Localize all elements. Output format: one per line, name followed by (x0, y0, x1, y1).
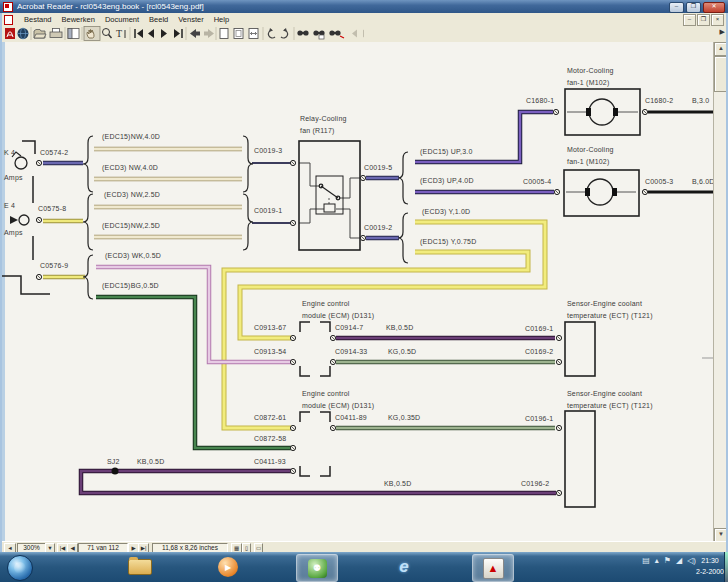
close-button[interactable]: ✕ (703, 2, 725, 13)
tray-network-icon[interactable]: ◢ (676, 556, 682, 565)
wire-label: C0019-5 (364, 164, 392, 171)
toolbar: T (2, 26, 726, 43)
find-icon[interactable] (297, 30, 308, 35)
wire-label: C0019-2 (364, 224, 392, 231)
taskbar-media-player-icon[interactable]: ▶ (208, 554, 248, 580)
wire-label: C0914-33 (335, 348, 367, 355)
wire-label: C0411-93 (254, 458, 286, 465)
system-tray: ▤ ▴ ⚑ ◢ ◁) (642, 556, 696, 565)
wire-label: C0913-67 (254, 324, 286, 331)
wire-label: B,6.0D (692, 178, 713, 185)
go-back-icon[interactable] (190, 29, 200, 38)
wire-label: Relay-Cooling (300, 115, 347, 122)
window-title: Acrobat Reader - rcl0543eng.book - [rcl0… (17, 2, 204, 11)
vertical-scrollbar[interactable]: ▲ ▼ (713, 42, 727, 541)
menu-item-help[interactable]: Help (209, 15, 234, 24)
go-forward-icon[interactable] (204, 29, 214, 38)
menu-item-venster[interactable]: Venster (173, 15, 208, 24)
fit-width-icon[interactable] (249, 29, 258, 39)
wire-label: C0411-89 (335, 414, 367, 421)
nav-pane-toggle-icon[interactable] (68, 29, 79, 39)
acrobat-app-icon (3, 2, 13, 12)
wire-label: C0872-58 (254, 435, 286, 442)
wire-label: C0005-3 (645, 178, 673, 185)
clock-time: 21:30 (695, 555, 725, 566)
prev-highlight-icon[interactable] (352, 30, 357, 38)
wire-label: C0169-2 (525, 348, 553, 355)
first-page-icon[interactable] (135, 29, 143, 38)
wire-label: Engine control (302, 300, 350, 307)
wire-label: C0005-4 (523, 178, 551, 185)
wire-label: C1680-1 (526, 97, 554, 104)
wire-label: (ECD3) UP,4.0D (420, 177, 474, 184)
wire-label: Engine control (302, 390, 350, 397)
acrobat-reader-window: Acrobat Reader - rcl0543eng.book - [rcl0… (0, 0, 728, 582)
print-icon[interactable] (50, 29, 62, 38)
tray-monitor-icon[interactable]: ▤ (642, 556, 650, 565)
wire-label: C0196-2 (521, 480, 549, 487)
wire-label: Sensor-Engine coolant (567, 390, 642, 397)
menu-item-document[interactable]: Document (100, 15, 144, 24)
title-bar[interactable]: Acrobat Reader - rcl0543eng.book - [rcl0… (0, 0, 728, 13)
taskbar-adobe-reader-icon[interactable]: ▲ (472, 554, 514, 582)
wire-label: C1680-2 (645, 97, 673, 104)
menu-items: BestandBewerkenDocumentBeeldVensterHelp (19, 15, 234, 24)
wire-label: C0574-2 (40, 149, 68, 156)
wire-label: fan-1 (M102) (567, 79, 609, 86)
wire-label: Motor-Cooling (567, 67, 614, 74)
child-minimize-button[interactable]: – (683, 14, 696, 26)
toolbar-icons: T (4, 26, 364, 42)
fit-page-icon[interactable] (234, 29, 243, 39)
tray-action-center-icon[interactable]: ⚑ (664, 556, 671, 565)
maximize-button[interactable]: ❐ (686, 2, 701, 13)
wire-label: temperature (ECT) (T121) (567, 402, 653, 409)
search-icon[interactable] (313, 30, 324, 39)
prev-page-icon[interactable] (148, 29, 154, 38)
wire-label: KB,0.5D (137, 458, 164, 465)
menu-item-bewerken[interactable]: Bewerken (57, 15, 100, 24)
web-buy-icon[interactable] (18, 28, 29, 39)
minimize-button[interactable]: – (669, 2, 684, 13)
taskbar-internet-explorer-icon[interactable]: e (384, 554, 424, 580)
wire-label: (EDC15) Y,0.75D (420, 238, 476, 245)
start-button[interactable] (7, 555, 33, 581)
wire-label: (ECD3) Y,1.0D (422, 208, 470, 215)
wire-label: C0019-3 (254, 147, 282, 154)
window-frame-left (0, 13, 2, 552)
wire-label: Motor-Cooling (567, 146, 614, 153)
child-restore-button[interactable]: ❐ (697, 14, 710, 26)
tray-show-hidden-icon[interactable]: ▴ (655, 556, 659, 565)
last-page-icon[interactable] (174, 29, 182, 38)
wire-label: KB,0.5D (386, 324, 413, 331)
wire-label: E 4 (4, 202, 15, 209)
pdf-document-icon[interactable] (4, 15, 13, 25)
wire-label: C0576-9 (40, 262, 68, 269)
wire-label: C0575-8 (38, 205, 66, 212)
toolbar-overflow-icon[interactable]: ▶ (720, 28, 725, 36)
wire-label: (ECD3) WK,0.5D (105, 252, 161, 259)
menu-item-beeld[interactable]: Beeld (144, 15, 173, 24)
actual-size-icon[interactable] (220, 29, 228, 39)
taskbar-clock[interactable]: 21:30 2-2-2000 (695, 555, 725, 577)
show-desktop-button[interactable] (724, 552, 728, 582)
wire-label: (EDC15)NW,4.0D (102, 133, 160, 140)
wire-label: C0872-61 (254, 414, 286, 421)
next-highlight-icon[interactable] (363, 30, 364, 38)
menu-item-bestand[interactable]: Bestand (19, 15, 57, 24)
wire-label: (EDC15)BG,0.5D (102, 282, 159, 289)
search-results-icon[interactable] (329, 30, 344, 38)
rotate-right-icon[interactable] (281, 28, 288, 38)
wire-label: KG,0.5D (388, 348, 416, 355)
zoom-tool-icon[interactable] (103, 29, 112, 39)
wire-label: module (ECM) (D131) (302, 402, 374, 409)
child-close-button[interactable]: × (711, 14, 724, 26)
clock-date: 2-2-2000 (695, 566, 725, 577)
open-file-icon[interactable] (34, 30, 46, 39)
wire-label: (EDC15) UP,3.0 (420, 148, 472, 155)
pdf-page[interactable]: (EDC15)NW,4.0D(ECD3) NW,4.0DC0574-2K 4Am… (2, 42, 713, 541)
rotate-left-icon[interactable] (268, 28, 275, 38)
taskbar-explorer-icon[interactable] (120, 554, 160, 580)
text-select-tool-icon[interactable]: T (116, 28, 125, 39)
taskbar-messenger-icon[interactable]: ⚉ (296, 554, 338, 582)
next-page-icon[interactable] (161, 29, 167, 38)
